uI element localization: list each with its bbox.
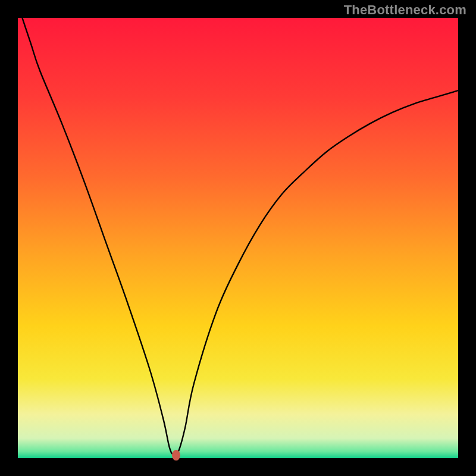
bottleneck-curve: [22, 18, 458, 455]
optimal-point-marker: [172, 450, 180, 461]
plot-area: [18, 18, 458, 458]
bottleneck-curve-svg: [18, 18, 458, 458]
chart-frame: TheBottleneck.com: [0, 0, 476, 476]
watermark-text: TheBottleneck.com: [344, 2, 466, 18]
